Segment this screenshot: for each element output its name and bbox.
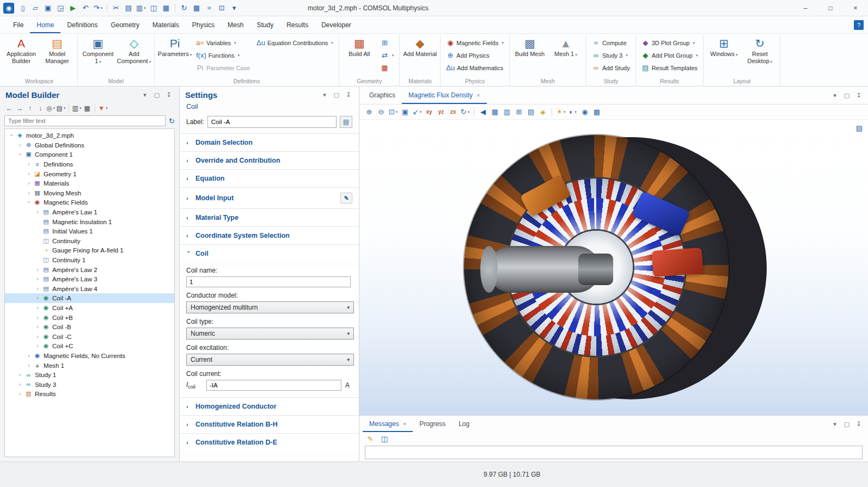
first-frame-button[interactable]: ▤ [525, 107, 536, 118]
model-tree-nodes-button[interactable]: ▦ [82, 103, 92, 113]
move-down-button[interactable]: ↓ [35, 103, 45, 113]
run-button[interactable]: ▶ [67, 2, 79, 14]
compact-history-button[interactable]: ◲ [54, 2, 66, 14]
conductor-model-select[interactable]: Homogenized multiturn▾ [186, 301, 354, 313]
menu-geometry[interactable]: Geometry [104, 16, 146, 33]
menu-home[interactable]: Home [30, 16, 60, 33]
expander-icon[interactable]: › [26, 199, 32, 206]
expander-icon[interactable]: › [9, 132, 15, 139]
tree-item-coil-c[interactable]: ›◉Coil -C [5, 331, 174, 341]
forward-button[interactable]: → [15, 103, 25, 113]
tree-item-magnetic-fields-no-currents[interactable]: ›◉Magnetic Fields, No Currents [5, 351, 174, 361]
expander-icon[interactable]: › [26, 161, 32, 167]
collapse-button[interactable]: ▾ [830, 90, 840, 100]
tab-progress[interactable]: Progress [413, 416, 452, 432]
duplicate-button[interactable]: ◫ [148, 2, 160, 14]
messages-input[interactable] [365, 446, 863, 459]
tab-magnetic-flux-density[interactable]: Magnetic Flux Density× [402, 87, 486, 104]
zoom-box-button[interactable]: ⊡▾ [388, 107, 399, 118]
expander-icon[interactable]: › [34, 209, 41, 215]
section-override-and-contribution[interactable]: ›Override and Contribution [180, 151, 359, 169]
expander-icon[interactable]: › [26, 362, 32, 368]
tree-item-gauge-fixing-for-a-field-1[interactable]: ◔Gauge Fixing for A-field 1 [5, 245, 174, 255]
export-data-button[interactable]: ⊞ [514, 107, 524, 118]
ribbon-parameters[interactable]: PiParameters▾ [157, 34, 193, 59]
collapse-button[interactable]: ▾ [830, 419, 840, 429]
menu-materials[interactable]: Materials [146, 16, 186, 33]
expander-icon[interactable]: › [17, 142, 23, 148]
ribbon-variables[interactable]: a=Variables▾ [193, 36, 253, 49]
tree-item-continuity[interactable]: ◫Continuity [5, 236, 174, 246]
section-coil[interactable]: ›Coil [180, 244, 359, 262]
open-file-button[interactable]: ▱ [29, 2, 41, 14]
new-file-button[interactable]: ▯ [17, 2, 29, 14]
pin-button[interactable]: ↧ [344, 90, 353, 100]
zoom-out-button[interactable]: ⊖ [376, 107, 387, 118]
tree-item-mesh-1[interactable]: ›▲Mesh 1 [5, 360, 174, 370]
ribbon-functions[interactable]: f(x)Functions▾ [193, 49, 253, 61]
scene-light-button[interactable]: ☀▾ [555, 107, 566, 118]
ribbon-mesh-1[interactable]: ▲Mesh 1▾ [548, 34, 584, 59]
collapse-button[interactable]: ▾ [320, 90, 329, 100]
expander-icon[interactable]: › [17, 372, 23, 378]
log-pointer-button[interactable]: ✎ [365, 433, 376, 444]
tree-item-global-definitions[interactable]: ›⊕Global Definitions [5, 140, 174, 150]
coil-type-select[interactable]: Numeric▾ [186, 328, 354, 340]
expander-icon[interactable]: › [34, 334, 41, 340]
float-button[interactable]: ▢ [332, 90, 341, 100]
menu-physics[interactable]: Physics [186, 16, 221, 33]
tree-item-geometry-1[interactable]: ›◪Geometry 1 [5, 169, 174, 178]
ribbon-study-3[interactable]: ∞Study 3▾ [589, 49, 633, 61]
tree-item-amp-re-s-law-1[interactable]: ›▤Ampère's Law 1 [5, 207, 174, 217]
ribbon-build-all[interactable]: ▦Build All [341, 34, 377, 59]
maximize-button[interactable]: □ [818, 0, 843, 16]
section-equation[interactable]: ›Equation [180, 169, 359, 187]
rename-button[interactable]: ▤ [340, 116, 352, 128]
ribbon-add-material[interactable]: ◆Add Material [402, 34, 438, 59]
show-button[interactable]: ◎▾ [46, 103, 56, 113]
plot-properties-icon[interactable]: ▤ [856, 124, 863, 132]
ribbon-component-1[interactable]: ▣Component 1▾ [80, 34, 116, 66]
go-to-view-button[interactable]: ↙▾ [412, 107, 423, 118]
tree-item-coil-a[interactable]: ›◉Coil -A [5, 293, 174, 303]
back-button[interactable]: ← [4, 103, 14, 113]
view-yz-button[interactable]: yz [436, 107, 447, 118]
ribbon-equation-contributions[interactable]: ΔuEquation Contributions▾ [253, 36, 337, 49]
section-domain-selection[interactable]: ›Domain Selection [180, 133, 359, 151]
menu-mesh[interactable]: Mesh [221, 16, 250, 33]
help-button[interactable]: ? [854, 20, 864, 30]
zoom-extents-button[interactable]: ▣ [400, 107, 411, 118]
undo-button[interactable]: ↶ [80, 2, 91, 14]
pin-button[interactable]: ↧ [854, 419, 864, 429]
ribbon-export-geometry[interactable]: ⇄▾ [377, 49, 398, 61]
refresh-icon[interactable]: ↻ [169, 117, 175, 125]
tab-messages[interactable]: Messages× [363, 416, 413, 432]
float-button[interactable]: ▢ [842, 90, 852, 100]
view-xy-button[interactable]: xy [424, 107, 435, 118]
tree-item-definitions[interactable]: ›≡Definitions [5, 159, 174, 169]
menu-results[interactable]: Results [280, 16, 315, 33]
tree-item-study-3[interactable]: ›∞Study 3 [5, 379, 174, 389]
expander-icon[interactable]: › [34, 286, 41, 292]
collapse-button[interactable]: ▾ [140, 90, 150, 100]
expander-icon[interactable]: › [34, 324, 41, 330]
pin-button[interactable]: ↧ [854, 90, 864, 100]
section-homogenized-conductor[interactable]: ›Homogenized Conductor [180, 397, 359, 415]
float-button[interactable]: ▢ [842, 419, 852, 429]
update-view-button[interactable]: ↻▾ [460, 107, 470, 118]
copy-log-button[interactable]: ◫ [379, 433, 390, 444]
menu-file[interactable]: File [7, 16, 30, 33]
ribbon-compute[interactable]: =Compute [589, 36, 633, 49]
close-icon[interactable]: × [403, 421, 406, 427]
tree-item-amp-re-s-law-4[interactable]: ›▤Ampère's Law 4 [5, 284, 174, 294]
delete-button[interactable]: ▦ [160, 2, 172, 14]
show-table-button[interactable]: ▥ [502, 107, 512, 118]
image-snapshot-button[interactable]: ◉ [579, 107, 590, 118]
move-up-button[interactable]: ↑ [25, 103, 35, 113]
lock-axes-button[interactable]: ◈ [537, 107, 548, 118]
ribbon-add-plot-group[interactable]: ◆Add Plot Group▾ [638, 49, 701, 61]
ribbon-application-builder[interactable]: AApplication Builder [3, 34, 39, 66]
coil-name-input[interactable] [186, 276, 351, 287]
ribbon-add-component[interactable]: ◇Add Component▾ [116, 34, 152, 66]
tree-item-magnetic-insulation-1[interactable]: ▤Magnetic Insulation 1 [5, 217, 174, 226]
